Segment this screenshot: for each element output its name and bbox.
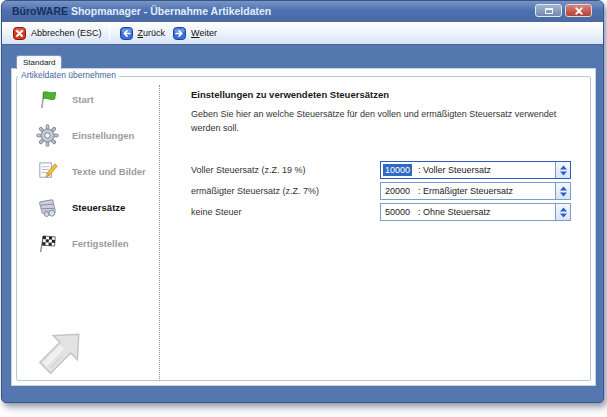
document-pencil-icon	[36, 160, 59, 183]
sidebar-item-label: Fertigstellen	[72, 238, 129, 249]
restore-window-icon	[545, 8, 553, 14]
checkered-flag-icon	[36, 232, 59, 255]
toolbar-separator	[109, 26, 110, 41]
sidebar-item-label: Start	[72, 94, 94, 105]
ermaessigter-steuersatz-field[interactable]: 20000 : Ermäßigter Steuersatz	[380, 182, 571, 200]
description-text: Geben Sie hier an welche Steuersätze für…	[191, 107, 576, 135]
toolbar: Abbrechen (ESC) Zurück Weiter	[2, 22, 603, 45]
field-text: : Ermäßigter Steuersatz	[418, 186, 513, 196]
content-panel: Artikeldaten übernehmen Start	[11, 68, 596, 386]
field-text: : Ohne Steuersatz	[418, 207, 491, 217]
back-button[interactable]: Zurück	[116, 25, 170, 42]
window-title: BüroWARE Shopmanager - Übernahme Artikel…	[12, 1, 271, 22]
cancel-button[interactable]: Abbrechen (ESC)	[9, 25, 106, 42]
spinner-button[interactable]	[555, 204, 570, 220]
sidebar-item-label: Einstellungen	[72, 130, 134, 141]
sidebar-item-start[interactable]: Start	[36, 87, 94, 111]
up-down-arrows-icon	[559, 207, 568, 218]
spinner-button[interactable]	[555, 183, 570, 199]
form-row-ermaessigter-steuersatz: ermäßigter Steuersatz (z.Z. 7%)	[191, 182, 380, 200]
window-controls	[535, 4, 592, 17]
field-label: keine Steuer	[191, 207, 380, 217]
up-right-arrow-watermark	[26, 311, 102, 387]
next-button[interactable]: Weiter	[169, 25, 221, 42]
spinner-button[interactable]	[555, 162, 570, 178]
screen: Standard BüroWARE Shopmanager - Übernahm…	[0, 0, 607, 417]
field-label: Voller Steuersatz (z.Z. 19 %)	[191, 165, 380, 175]
close-button[interactable]	[565, 4, 592, 17]
field-label: ermäßigter Steuersatz (z.Z. 7%)	[191, 186, 380, 196]
up-down-arrows-icon	[559, 186, 568, 197]
page-title: Einstellungen zu verwendeten Steuersätze…	[191, 89, 389, 100]
gear-icon	[36, 124, 59, 147]
restore-button[interactable]	[535, 4, 562, 17]
arrow-left-icon	[120, 27, 133, 40]
field-value: 50000	[383, 206, 412, 218]
sidebar-item-texte-und-bilder[interactable]: Texte und Bilder	[36, 159, 146, 183]
sidebar-item-label: Steuersätze	[72, 202, 125, 213]
green-flag-icon	[36, 88, 59, 111]
next-label: Weiter	[191, 28, 217, 38]
app-window: Standard BüroWARE Shopmanager - Übernahm…	[1, 0, 604, 403]
arrow-right-icon	[173, 27, 186, 40]
sidebar-item-steuersaetze[interactable]: Steuersätze	[36, 195, 125, 219]
red-x-icon	[13, 27, 26, 40]
keine-steuer-field[interactable]: 50000 : Ohne Steuersatz	[380, 203, 571, 221]
form-row-keine-steuer: keine Steuer	[191, 203, 380, 221]
field-value-selected: 10000	[383, 164, 412, 176]
money-stack-icon	[36, 196, 59, 219]
title-rest: Shopmanager - Übernahme Artikeldaten	[68, 5, 271, 17]
sidebar-content-divider	[159, 85, 160, 381]
close-window-icon	[575, 7, 583, 15]
sidebar-item-label: Texte und Bilder	[72, 166, 146, 177]
field-value: 20000	[383, 185, 412, 197]
form-row-voller-steuersatz: Voller Steuersatz (z.Z. 19 %)	[191, 161, 380, 179]
groupbox-label: Artikeldaten übernehmen	[18, 70, 119, 80]
title-brand: BüroWARE	[12, 5, 68, 17]
field-text: : Voller Steuersatz	[418, 165, 491, 175]
tab-standard[interactable]: Standard	[16, 55, 62, 69]
voller-steuersatz-field[interactable]: 10000 : Voller Steuersatz	[380, 161, 571, 179]
back-label: Zurück	[138, 28, 166, 38]
cancel-label: Abbrechen (ESC)	[31, 28, 102, 38]
sidebar-item-fertigstellen[interactable]: Fertigstellen	[36, 231, 129, 255]
sidebar-item-einstellungen[interactable]: Einstellungen	[36, 123, 134, 147]
titlebar[interactable]: BüroWARE Shopmanager - Übernahme Artikel…	[2, 1, 603, 22]
up-down-arrows-icon	[559, 165, 568, 176]
